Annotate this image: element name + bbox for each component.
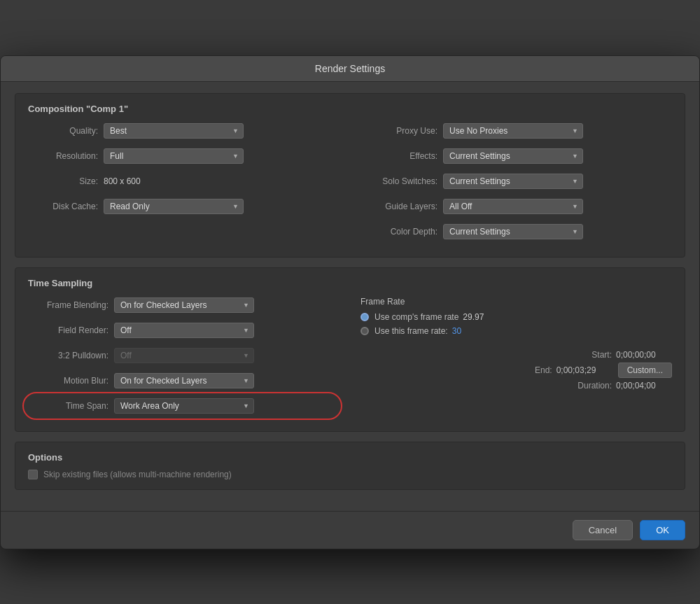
frame-blending-select[interactable]: On for Checked Layers xyxy=(114,297,254,313)
pulldown-row: 3:2 Pulldown: Off xyxy=(28,346,340,365)
disk-cache-dropdown-wrapper[interactable]: Read Only xyxy=(104,199,244,214)
use-this-rate-value: 30 xyxy=(452,326,461,336)
frame-rate-section: Frame Rate Use comp's frame rate 29.97 U… xyxy=(360,297,672,336)
use-this-rate-radio[interactable] xyxy=(360,327,369,335)
proxy-use-dropdown-wrapper[interactable]: Use No Proxies xyxy=(443,123,583,139)
motion-blur-dropdown-wrapper[interactable]: On for Checked Layers xyxy=(114,373,254,388)
duration-row: Duration: 0;00;04;00 xyxy=(360,381,672,391)
duration-value: 0;00;04;00 xyxy=(616,381,672,391)
size-label: Size: xyxy=(28,176,98,186)
solo-switches-select[interactable]: Current Settings xyxy=(443,174,583,189)
field-render-row: Field Render: Off xyxy=(28,321,340,340)
solo-switches-row: Solo Switches: Current Settings xyxy=(360,171,672,191)
proxy-use-label: Proxy Use: xyxy=(360,126,438,136)
effects-label: Effects: xyxy=(360,151,438,161)
time-span-row: Time Span: Work Area Only xyxy=(28,396,340,416)
duration-label: Duration: xyxy=(578,381,612,391)
motion-blur-label: Motion Blur: xyxy=(28,376,108,386)
skip-existing-label: Skip existing files (allows multi-machin… xyxy=(43,470,232,479)
time-span-dropdown-wrapper[interactable]: Work Area Only xyxy=(114,398,254,414)
render-settings-dialog: Render Settings Composition "Comp 1" Qua… xyxy=(0,55,700,549)
options-section: Options Skip existing files (allows mult… xyxy=(15,442,685,490)
pulldown-dropdown-wrapper[interactable]: Off xyxy=(114,348,254,363)
color-depth-dropdown-wrapper[interactable]: Current Settings xyxy=(443,224,583,239)
quality-select[interactable]: Best xyxy=(104,123,244,139)
use-comp-rate-row[interactable]: Use comp's frame rate 29.97 xyxy=(360,312,672,322)
options-section-title: Options xyxy=(28,452,672,463)
resolution-select[interactable]: Full xyxy=(104,148,244,164)
pulldown-label: 3:2 Pulldown: xyxy=(28,351,108,360)
pulldown-select[interactable]: Off xyxy=(114,348,254,363)
time-info: Start: 0;00;00;00 End: 0;00;03;29 Custom… xyxy=(360,350,672,391)
effects-row: Effects: Current Settings xyxy=(360,146,672,166)
guide-layers-dropdown-wrapper[interactable]: All Off xyxy=(443,199,583,214)
field-render-select[interactable]: Off xyxy=(114,323,254,338)
color-depth-label: Color Depth: xyxy=(360,227,438,237)
use-comp-rate-label: Use comp's frame rate xyxy=(374,312,458,322)
proxy-use-select[interactable]: Use No Proxies xyxy=(443,123,583,139)
disk-cache-row: Disk Cache: Read Only xyxy=(28,197,340,216)
skip-existing-row[interactable]: Skip existing files (allows multi-machin… xyxy=(28,470,672,479)
end-value: 0;00;03;29 xyxy=(556,365,612,375)
frame-blending-row: Frame Blending: On for Checked Layers xyxy=(28,295,340,315)
guide-layers-row: Guide Layers: All Off xyxy=(360,197,672,216)
end-row: End: 0;00;03;29 Custom... xyxy=(360,363,672,378)
time-sampling-title: Time Sampling xyxy=(28,278,672,288)
effects-select[interactable]: Current Settings xyxy=(443,148,583,164)
motion-blur-select[interactable]: On for Checked Layers xyxy=(114,373,254,388)
end-label: End: xyxy=(535,365,552,375)
disk-cache-select[interactable]: Read Only xyxy=(104,199,244,214)
frame-blending-dropdown-wrapper[interactable]: On for Checked Layers xyxy=(114,297,254,313)
field-render-label: Field Render: xyxy=(28,325,108,335)
composition-section-title: Composition "Comp 1" xyxy=(28,104,672,114)
time-sampling-section: Time Sampling Frame Blending: On for Che… xyxy=(15,267,685,432)
use-this-rate-row[interactable]: Use this frame rate: 30 xyxy=(360,326,672,336)
frame-rate-title: Frame Rate xyxy=(360,297,672,307)
color-depth-select[interactable]: Current Settings xyxy=(443,224,583,239)
start-value: 0;00;00;00 xyxy=(616,350,672,360)
use-comp-rate-radio[interactable] xyxy=(360,313,369,321)
disk-cache-label: Disk Cache: xyxy=(28,202,98,211)
size-value: 800 x 600 xyxy=(104,176,141,186)
cancel-button[interactable]: Cancel xyxy=(573,520,633,540)
guide-layers-select[interactable]: All Off xyxy=(443,199,583,214)
solo-switches-label: Solo Switches: xyxy=(360,176,438,186)
resolution-label: Resolution: xyxy=(28,151,98,161)
effects-dropdown-wrapper[interactable]: Current Settings xyxy=(443,148,583,164)
resolution-row: Resolution: Full xyxy=(28,146,340,166)
custom-button[interactable]: Custom... xyxy=(618,363,672,378)
proxy-use-row: Proxy Use: Use No Proxies xyxy=(360,121,672,141)
dialog-footer: Cancel OK xyxy=(1,511,699,549)
quality-row: Quality: Best xyxy=(28,121,340,141)
composition-section: Composition "Comp 1" Quality: Best Resol… xyxy=(15,93,685,258)
use-this-rate-label: Use this frame rate: xyxy=(374,326,448,336)
time-span-label: Time Span: xyxy=(28,401,108,411)
color-depth-row: Color Depth: Current Settings xyxy=(360,222,672,241)
size-row: Size: 800 x 600 xyxy=(28,171,340,191)
start-label: Start: xyxy=(592,350,612,360)
solo-switches-dropdown-wrapper[interactable]: Current Settings xyxy=(443,174,583,189)
guide-layers-label: Guide Layers: xyxy=(360,202,438,211)
resolution-dropdown-wrapper[interactable]: Full xyxy=(104,148,244,164)
skip-existing-checkbox[interactable] xyxy=(28,470,38,479)
field-render-dropdown-wrapper[interactable]: Off xyxy=(114,323,254,338)
motion-blur-row: Motion Blur: On for Checked Layers xyxy=(28,371,340,391)
start-row: Start: 0;00;00;00 xyxy=(360,350,672,360)
dialog-title: Render Settings xyxy=(1,56,699,82)
use-comp-rate-value: 29.97 xyxy=(463,312,484,322)
quality-label: Quality: xyxy=(28,126,98,136)
frame-blending-label: Frame Blending: xyxy=(28,300,108,310)
quality-dropdown-wrapper[interactable]: Best xyxy=(104,123,244,139)
time-span-select[interactable]: Work Area Only xyxy=(114,398,254,414)
ok-button[interactable]: OK xyxy=(640,520,685,540)
